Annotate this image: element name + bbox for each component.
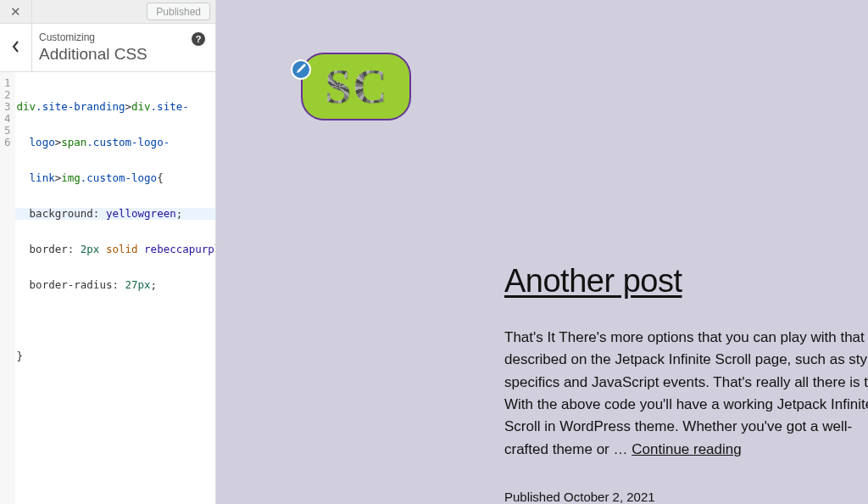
continue-reading-link[interactable]: Continue reading bbox=[632, 441, 741, 457]
logo-letter: C bbox=[353, 63, 387, 110]
post-excerpt: That's It There's more options that you … bbox=[504, 327, 868, 461]
code-content[interactable]: div.site-branding>div.site- logo>span.cu… bbox=[15, 72, 215, 504]
customizing-label: Customizing bbox=[39, 31, 203, 43]
code-line-active: background: yellowgreen; bbox=[15, 208, 215, 220]
code-line: border-radius: 27px; bbox=[17, 279, 215, 291]
code-line bbox=[17, 315, 215, 327]
back-button[interactable] bbox=[0, 24, 32, 71]
css-editor[interactable]: 1 2 3 4 5 6 div.site-branding>div.site- … bbox=[0, 72, 215, 504]
line-gutter: 1 2 3 4 5 6 bbox=[0, 72, 15, 504]
customizer-panel: ✕ Published Customizing Additional CSS ?… bbox=[0, 0, 216, 504]
site-branding: S C bbox=[301, 53, 411, 120]
pencil-icon bbox=[296, 62, 306, 77]
publish-button[interactable]: Published bbox=[147, 3, 210, 20]
section-header: Customizing Additional CSS ? bbox=[0, 24, 215, 72]
code-line: link>img.custom-logo{ bbox=[17, 172, 215, 184]
logo-letter: S bbox=[325, 63, 351, 110]
publish-label: Published bbox=[156, 6, 201, 18]
help-icon[interactable]: ? bbox=[192, 32, 205, 46]
close-icon: ✕ bbox=[10, 4, 21, 20]
edit-shortcut-button[interactable] bbox=[291, 59, 311, 80]
custom-logo[interactable]: S C bbox=[301, 53, 411, 120]
post: Another post That's It There's more opti… bbox=[504, 263, 868, 504]
code-line: logo>span.custom-logo- bbox=[17, 137, 215, 148]
post-meta: Published October 2, 2021 bbox=[504, 490, 868, 504]
chevron-left-icon bbox=[12, 41, 20, 55]
code-line: } bbox=[17, 350, 215, 362]
post-title-link[interactable]: Another post bbox=[504, 263, 868, 300]
site-preview[interactable]: S C Another post That's It There's more … bbox=[216, 0, 868, 504]
close-button[interactable]: ✕ bbox=[0, 0, 32, 23]
post-date: October 2, 2021 bbox=[564, 490, 655, 504]
code-line: div.site-branding>div.site- bbox=[17, 101, 215, 113]
section-title-block: Customizing Additional CSS ? bbox=[32, 24, 215, 71]
code-line: border: 2px solid rebeccapurple; bbox=[17, 244, 215, 255]
panel-header: ✕ Published bbox=[0, 0, 215, 24]
section-title: Additional CSS bbox=[39, 45, 203, 64]
